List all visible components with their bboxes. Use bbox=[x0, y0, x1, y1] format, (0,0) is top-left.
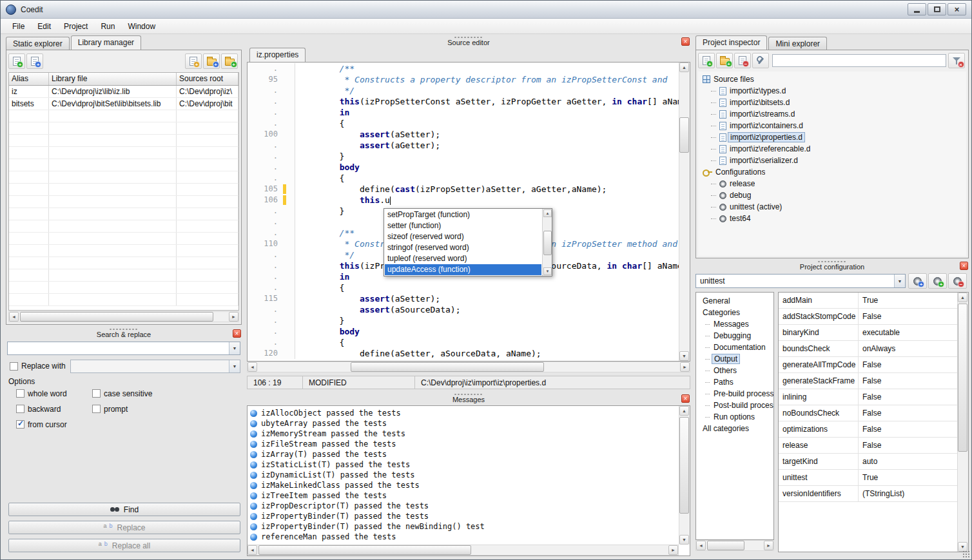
scroll-up-arrow[interactable]: ▲ bbox=[679, 63, 689, 72]
message-row[interactable]: izArray(T) passed the tests bbox=[249, 449, 677, 459]
code-line[interactable]: 115 assert(aSetter); bbox=[248, 293, 679, 304]
scroll-thumb[interactable] bbox=[351, 362, 544, 372]
add-source-button[interactable]: + bbox=[698, 53, 715, 68]
code-line[interactable]: . */ bbox=[248, 85, 679, 96]
message-row[interactable]: ubyteArray passed the tests bbox=[249, 418, 677, 429]
completion-scrollbar[interactable]: ▲ ▼ bbox=[542, 209, 552, 276]
scroll-left-arrow[interactable]: ◄ bbox=[696, 541, 706, 550]
scroll-thumb[interactable] bbox=[543, 231, 552, 255]
property-row-addstackstompcode[interactable]: addStackStompCodeFalse bbox=[779, 309, 958, 325]
save-libraries-button[interactable]: + bbox=[26, 53, 43, 69]
code-line[interactable]: 95 * Constructs a property descriptor fr… bbox=[248, 74, 679, 85]
chevron-down-icon[interactable]: ▼ bbox=[229, 342, 240, 354]
menu-window[interactable]: Window bbox=[121, 19, 162, 34]
message-row[interactable]: izPropertyBinder(T) passed the tests bbox=[249, 511, 677, 521]
close-panel-button[interactable]: × bbox=[233, 329, 241, 338]
menu-edit[interactable]: Edit bbox=[31, 19, 57, 34]
chevron-down-icon[interactable]: ▼ bbox=[894, 275, 905, 287]
property-row-unittest[interactable]: unittestTrue bbox=[779, 470, 958, 486]
editor-vscrollbar[interactable]: ▲ ▼ bbox=[679, 63, 690, 361]
scroll-thumb[interactable] bbox=[679, 417, 689, 514]
replace-button[interactable]: Replace bbox=[8, 521, 240, 534]
property-row-generatealltmpcode[interactable]: generateAllTmpCodeFalse bbox=[779, 357, 958, 373]
library-table-hscrollbar[interactable]: ◄ ► bbox=[8, 311, 239, 322]
code-editor[interactable]: . /**95 * Constructs a property descript… bbox=[247, 62, 690, 362]
panel-grip[interactable] bbox=[109, 328, 139, 331]
property-grid-vscrollbar[interactable]: ▲ ▼ bbox=[957, 293, 968, 552]
panel-grip[interactable] bbox=[454, 36, 483, 39]
property-row-noboundscheck[interactable]: noBoundsCheckFalse bbox=[779, 405, 958, 421]
message-row[interactable]: izMemoryStream passed the tests bbox=[249, 429, 677, 439]
menu-file[interactable]: File bbox=[6, 19, 31, 34]
message-row[interactable]: izMakeLinkedClass passed the tests bbox=[249, 480, 677, 490]
scroll-left-arrow[interactable]: ◄ bbox=[9, 312, 19, 322]
completion-item-stringof-reserved-word[interactable]: stringof (reserved word) bbox=[385, 242, 541, 253]
category-others[interactable]: Others bbox=[696, 365, 773, 376]
completion-item-setter-function[interactable]: setter (function) bbox=[385, 220, 541, 231]
editor-hscrollbar[interactable]: ◄ ► bbox=[247, 362, 690, 372]
scroll-down-arrow[interactable]: ▼ bbox=[679, 351, 689, 361]
category-run-options[interactable]: Run options bbox=[696, 411, 773, 423]
scroll-left-arrow[interactable]: ◄ bbox=[248, 545, 257, 555]
checkbox-backward[interactable]: backward bbox=[16, 404, 92, 414]
chevron-down-icon[interactable]: ▼ bbox=[229, 360, 240, 372]
clone-configuration-button[interactable]: + bbox=[908, 273, 927, 289]
replace-all-button[interactable]: Replace all bbox=[8, 539, 240, 552]
tab-mini-explorer[interactable]: Mini explorer bbox=[768, 37, 827, 50]
message-row[interactable]: izTreeItem passed the tests bbox=[249, 490, 677, 501]
message-row[interactable]: izFileStream passed the tests bbox=[249, 439, 677, 449]
tab-project-inspector[interactable]: Project inspector bbox=[695, 35, 767, 50]
find-button[interactable]: Find bbox=[8, 503, 240, 516]
remove-source-button[interactable]: − bbox=[734, 53, 751, 68]
code-line[interactable]: 105 define(cast(izPropSetter)aSetter, aG… bbox=[248, 184, 679, 195]
completion-item-sizeof-reserved-word[interactable]: sizeof (reserved word) bbox=[385, 231, 541, 242]
scroll-down-arrow[interactable]: ▼ bbox=[543, 267, 552, 275]
close-panel-button[interactable]: × bbox=[681, 394, 690, 403]
code-line[interactable]: . /** bbox=[248, 63, 679, 74]
inspector-filter-input[interactable] bbox=[772, 54, 946, 67]
code-line[interactable]: . } bbox=[248, 315, 679, 326]
scroll-up-arrow[interactable]: ▲ bbox=[958, 293, 967, 302]
checkbox-case-sensitive[interactable]: case sensitive bbox=[92, 389, 209, 398]
completion-item-updateaccess-function[interactable]: updateAccess (function) bbox=[385, 264, 541, 275]
filter-button[interactable]: × bbox=[948, 53, 965, 68]
close-panel-button[interactable]: × bbox=[960, 262, 968, 270]
code-line[interactable]: . { bbox=[248, 173, 679, 184]
message-row[interactable]: izStaticList(T) passed the tests bbox=[249, 459, 677, 470]
tree-item-import-iz-referencable-d[interactable]: import\iz\referencable.d bbox=[698, 143, 966, 155]
scroll-thumb[interactable] bbox=[958, 304, 967, 452]
tools-button[interactable] bbox=[752, 53, 769, 68]
message-row[interactable]: izDynamicList(T) passed the tests bbox=[249, 470, 677, 480]
code-line[interactable]: . in bbox=[248, 107, 679, 118]
scroll-down-arrow[interactable]: ▼ bbox=[679, 535, 689, 545]
category-general[interactable]: General bbox=[696, 295, 773, 307]
checkbox-from-cursor[interactable]: from cursor bbox=[16, 420, 92, 429]
code-line[interactable]: . this(izPropSetterConst aSetter, izProp… bbox=[248, 96, 679, 107]
tree-node-source-files[interactable]: Source files bbox=[698, 73, 966, 85]
code-line[interactable]: . { bbox=[248, 282, 679, 293]
scroll-right-arrow[interactable]: ► bbox=[668, 545, 678, 555]
property-row-boundscheck[interactable]: boundsCheckonAlways bbox=[779, 341, 958, 357]
checkbox-prompt[interactable]: prompt bbox=[92, 404, 209, 414]
scroll-left-arrow[interactable]: ◄ bbox=[248, 362, 257, 372]
open-library-folder-button[interactable]: + bbox=[203, 53, 220, 69]
code-line[interactable]: . { bbox=[248, 337, 679, 348]
property-row-targetkind[interactable]: targetKindauto bbox=[779, 454, 958, 470]
message-row[interactable]: referenceMan passed the tests bbox=[249, 532, 677, 542]
tree-item-import-iz-types-d[interactable]: import\iz\types.d bbox=[698, 85, 966, 97]
category-paths[interactable]: Paths bbox=[696, 376, 773, 388]
close-button[interactable]: × bbox=[948, 3, 966, 15]
replace-with-combobox[interactable]: ▼ bbox=[70, 360, 240, 373]
menu-run[interactable]: Run bbox=[94, 19, 121, 34]
message-row[interactable]: izPropertyBinder(T) passed the newBindin… bbox=[249, 521, 677, 532]
library-table-row[interactable]: izC:\Dev\dproj\iz\lib\iz.libC:\Dev\dproj… bbox=[9, 86, 238, 98]
tree-item-release[interactable]: release bbox=[698, 178, 966, 189]
title-bar[interactable]: Coedit × bbox=[1, 1, 971, 19]
message-row[interactable]: izPropDescriptor(T) passed the tests bbox=[249, 501, 677, 511]
panel-grip[interactable] bbox=[817, 260, 847, 263]
tree-item-import-iz-containers-d[interactable]: import\iz\containers.d bbox=[698, 120, 966, 131]
category-documentation[interactable]: Documentation bbox=[696, 342, 773, 353]
column-header-alias[interactable]: Alias bbox=[9, 73, 49, 85]
column-header-library-file[interactable]: Library file bbox=[49, 73, 177, 85]
scroll-thumb[interactable] bbox=[679, 117, 689, 153]
